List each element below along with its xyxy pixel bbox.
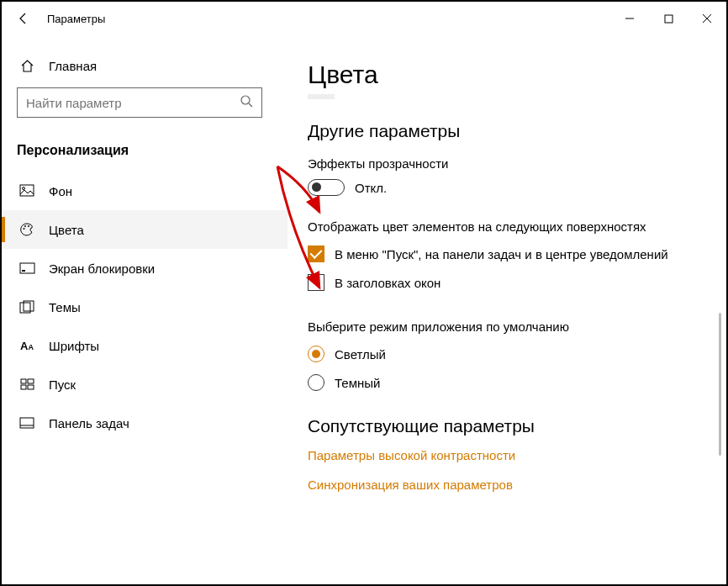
svg-point-5 xyxy=(23,187,25,190)
minimize-button[interactable] xyxy=(610,2,649,35)
svg-rect-13 xyxy=(21,379,26,383)
radio-icon xyxy=(308,374,324,391)
related-title: Сопутствующие параметры xyxy=(308,416,706,436)
search-input[interactable] xyxy=(26,96,240,110)
radio-light[interactable]: Светлый xyxy=(308,346,706,362)
sidebar: Главная Персонализация Фон xyxy=(2,35,288,584)
link-high-contrast[interactable]: Параметры высокой контрастности xyxy=(308,448,706,462)
start-icon xyxy=(17,378,37,391)
section-other-title: Другие параметры xyxy=(308,121,706,141)
checkbox-label: В заголовках окон xyxy=(335,276,440,290)
close-button[interactable] xyxy=(688,2,726,35)
search-input-wrap[interactable] xyxy=(17,87,262,118)
home-icon xyxy=(17,59,37,73)
themes-icon xyxy=(17,300,37,314)
main-panel: Цвета Другие параметры Эффекты прозрачно… xyxy=(288,35,726,584)
transparency-label: Эффекты прозрачности xyxy=(308,156,706,171)
sidebar-item-fonts[interactable]: AA Шрифты xyxy=(2,326,288,365)
svg-rect-14 xyxy=(28,379,34,383)
sidebar-item-label: Пуск xyxy=(49,377,76,392)
checkbox-start-taskbar[interactable]: В меню "Пуск", на панели задач и в центр… xyxy=(308,245,706,262)
sidebar-item-label: Фон xyxy=(49,184,72,198)
sidebar-item-themes[interactable]: Темы xyxy=(2,288,288,326)
radio-label: Светлый xyxy=(335,347,386,362)
svg-point-8 xyxy=(28,225,29,227)
svg-rect-9 xyxy=(20,263,34,273)
window-title: Параметры xyxy=(47,13,105,25)
scrollbar[interactable] xyxy=(719,313,721,456)
sidebar-home[interactable]: Главная xyxy=(2,47,288,82)
sidebar-item-label: Шрифты xyxy=(49,339,99,353)
svg-rect-16 xyxy=(28,385,34,389)
transparency-toggle[interactable] xyxy=(308,179,345,196)
svg-point-2 xyxy=(241,96,250,104)
sidebar-item-label: Темы xyxy=(49,300,81,314)
settings-window: Параметры Главная xyxy=(0,0,728,586)
sidebar-item-start[interactable]: Пуск xyxy=(2,365,288,404)
window-controls xyxy=(610,2,726,35)
sidebar-item-label: Цвета xyxy=(49,223,84,237)
svg-rect-4 xyxy=(20,185,34,196)
checkbox-icon xyxy=(308,245,324,262)
taskbar-icon xyxy=(17,417,37,429)
palette-icon xyxy=(17,222,37,237)
sidebar-home-label: Главная xyxy=(49,59,97,73)
sidebar-item-label: Панель задач xyxy=(49,416,129,430)
checkbox-icon xyxy=(308,274,324,291)
checkbox-titlebars[interactable]: В заголовках окон xyxy=(308,274,706,291)
sidebar-section-header: Персонализация xyxy=(2,126,288,172)
transparency-state: Откл. xyxy=(355,181,387,195)
sidebar-item-colors[interactable]: Цвета xyxy=(2,210,288,249)
svg-point-7 xyxy=(24,225,26,227)
svg-line-3 xyxy=(249,103,252,107)
radio-dark[interactable]: Темный xyxy=(308,374,706,391)
sidebar-item-background[interactable]: Фон xyxy=(2,172,288,210)
checkbox-label: В меню "Пуск", на панели задач и в центр… xyxy=(335,247,668,261)
surfaces-label: Отображать цвет элементов на следующих п… xyxy=(308,219,706,234)
fonts-icon: AA xyxy=(17,340,37,352)
svg-rect-17 xyxy=(20,418,34,428)
title-underline xyxy=(308,94,335,99)
back-button[interactable] xyxy=(12,7,35,30)
titlebar: Параметры xyxy=(2,2,726,35)
lockscreen-icon xyxy=(17,262,37,275)
sidebar-item-label: Экран блокировки xyxy=(49,261,155,276)
sidebar-item-lockscreen[interactable]: Экран блокировки xyxy=(2,249,288,288)
picture-icon xyxy=(17,184,37,198)
radio-icon xyxy=(308,346,324,362)
svg-rect-10 xyxy=(22,270,25,272)
svg-point-6 xyxy=(24,228,25,230)
maximize-button[interactable] xyxy=(649,2,688,35)
radio-label: Темный xyxy=(335,376,380,390)
svg-rect-1 xyxy=(665,15,673,23)
svg-rect-15 xyxy=(21,385,26,389)
page-title: Цвета xyxy=(308,61,706,89)
sidebar-item-taskbar[interactable]: Панель задач xyxy=(2,404,288,442)
toggle-knob xyxy=(312,182,321,192)
link-sync-settings[interactable]: Синхронизация ваших параметров xyxy=(308,478,706,492)
app-mode-label: Выберите режим приложения по умолчанию xyxy=(308,319,706,334)
search-icon xyxy=(240,94,253,111)
